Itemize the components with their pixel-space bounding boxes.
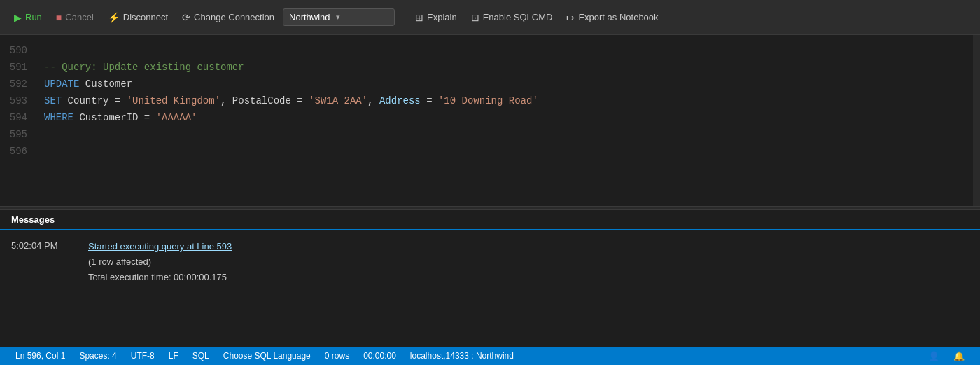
status-encoding[interactable]: UTF-8	[124, 347, 162, 365]
toolbar-separator	[402, 9, 402, 26]
code-line-592: UPDATE Customer	[38, 76, 973, 92]
chevron-down-icon: ▾	[336, 13, 340, 22]
bell-icon: 🔔	[953, 351, 965, 361]
line-num: 592	[0, 76, 27, 92]
disconnect-button[interactable]: ⚡ Disconnect	[102, 9, 174, 26]
change-connection-label: Change Connection	[194, 12, 274, 22]
status-position[interactable]: Ln 596, Col 1	[8, 347, 72, 365]
enable-sqlcmd-button[interactable]: ⊡ Enable SQLCMD	[465, 9, 559, 26]
sqlcmd-icon: ⊡	[471, 12, 479, 23]
code-line-594: WHERE CustomerID = 'AAAAA'	[38, 109, 973, 126]
message-line2: (1 row affected)	[88, 254, 232, 270]
line-num: 590	[0, 42, 27, 59]
code-line-590	[38, 42, 973, 59]
run-label: Run	[25, 12, 42, 22]
cancel-button[interactable]: ■ Cancel	[50, 9, 99, 26]
explain-icon: ⊞	[415, 12, 424, 23]
database-selector[interactable]: Northwind ▾	[283, 8, 395, 26]
explain-button[interactable]: ⊞ Explain	[410, 9, 463, 26]
status-spaces[interactable]: Spaces: 4	[72, 347, 123, 365]
export-notebook-label: Export as Notebook	[578, 12, 658, 22]
status-bar: Ln 596, Col 1 Spaces: 4 UTF-8 LF SQL Cho…	[0, 347, 980, 365]
status-notifications-icon[interactable]: 👤	[921, 347, 946, 365]
line-numbers: 590 591 592 593 594 595 596	[0, 35, 38, 206]
code-line-591: -- Query: Update existing customer	[38, 59, 973, 76]
code-line-596	[38, 143, 973, 160]
line-num: 594	[0, 109, 27, 126]
code-line-593: SET Country = 'United Kingdom', PostalCo…	[38, 92, 973, 109]
messages-header: Messages	[0, 210, 980, 230]
messages-body: 5:02:04 PM Started executing query at Li…	[0, 230, 980, 347]
status-eol[interactable]: LF	[162, 347, 186, 365]
run-button[interactable]: ▶ Run	[8, 9, 48, 26]
line-num: 596	[0, 143, 27, 160]
line-num: 591	[0, 59, 27, 76]
code-editor[interactable]: -- Query: Update existing customer UPDAT…	[38, 35, 973, 206]
message-link[interactable]: Started executing query at Line 593	[88, 241, 232, 252]
change-connection-icon: ⟳	[182, 12, 190, 23]
message-line3: Total execution time: 00:00:00.175	[88, 270, 232, 285]
export-icon: ↦	[566, 12, 575, 23]
status-connection[interactable]: localhost,14333 : Northwind	[403, 347, 521, 365]
messages-panel: Messages 5:02:04 PM Started executing qu…	[0, 210, 980, 347]
line-num: 595	[0, 126, 27, 143]
toolbar: ▶ Run ■ Cancel ⚡ Disconnect ⟳ Change Con…	[0, 0, 980, 35]
run-icon: ▶	[14, 12, 22, 23]
editor-area: 590 591 592 593 594 595 596 -- Query: Up…	[0, 35, 980, 206]
line-num: 593	[0, 92, 27, 109]
status-rows[interactable]: 0 rows	[318, 347, 356, 365]
enable-sqlcmd-label: Enable SQLCMD	[483, 12, 553, 22]
status-bell-icon[interactable]: 🔔	[946, 347, 972, 365]
disconnect-icon: ⚡	[108, 12, 120, 23]
message-content: Started executing query at Line 593 (1 r…	[88, 239, 232, 285]
cancel-label: Cancel	[65, 12, 93, 22]
user-icon: 👤	[928, 351, 939, 361]
disconnect-label: Disconnect	[123, 12, 168, 22]
cancel-icon: ■	[56, 12, 62, 23]
status-language[interactable]: SQL	[186, 347, 216, 365]
export-notebook-button[interactable]: ↦ Export as Notebook	[561, 9, 664, 26]
database-name: Northwind	[289, 12, 330, 22]
explain-label: Explain	[427, 12, 457, 22]
message-line1: Started executing query at Line 593	[88, 239, 232, 254]
change-connection-button[interactable]: ⟳ Change Connection	[176, 9, 280, 26]
message-timestamp: 5:02:04 PM	[11, 239, 74, 251]
status-time[interactable]: 00:00:00	[356, 347, 403, 365]
messages-title: Messages	[11, 214, 55, 225]
status-choose-language[interactable]: Choose SQL Language	[216, 347, 318, 365]
vertical-scrollbar[interactable]	[973, 35, 980, 206]
code-line-595	[38, 126, 973, 143]
